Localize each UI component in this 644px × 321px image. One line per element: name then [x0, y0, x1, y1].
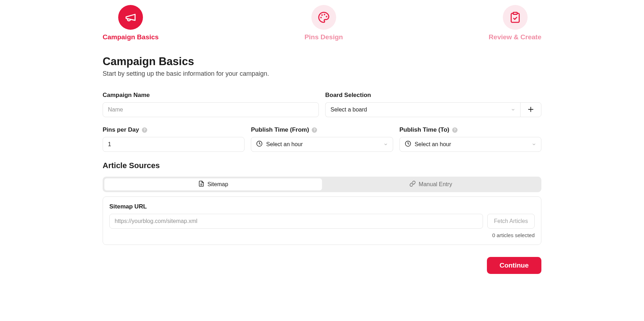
help-icon[interactable]: ? [312, 127, 317, 133]
articles-selected-count: 0 articles selected [109, 232, 535, 238]
step-label: Review & Create [489, 33, 541, 41]
campaign-name-group: Campaign Name [103, 92, 319, 117]
board-select[interactable]: Select a board [325, 102, 520, 117]
svg-point-0 [324, 15, 324, 15]
pins-per-day-label: Pins per Day ? [103, 126, 245, 133]
campaign-name-input[interactable] [103, 102, 319, 117]
step-label: Campaign Basics [103, 33, 159, 41]
step-pins-design[interactable]: Pins Design [304, 5, 343, 41]
publish-to-select[interactable]: Select an hour [399, 137, 541, 152]
help-icon[interactable]: ? [452, 127, 458, 133]
add-board-button[interactable] [520, 102, 541, 117]
help-icon[interactable]: ? [142, 127, 147, 133]
tab-sitemap[interactable]: Sitemap [104, 178, 322, 190]
file-icon [198, 180, 205, 188]
pins-per-day-group: Pins per Day ? [103, 126, 245, 152]
board-select-value: Select a board [330, 107, 367, 113]
publish-from-value: Select an hour [266, 141, 303, 148]
source-tabs: Sitemap Manual Entry [103, 177, 541, 192]
stepper: Campaign Basics Pins Design [103, 5, 541, 41]
sitemap-url-input[interactable] [109, 214, 483, 229]
publish-to-value: Select an hour [415, 141, 451, 148]
publish-to-group: Publish Time (To) ? Select an hour [399, 126, 541, 152]
tab-manual-label: Manual Entry [419, 181, 452, 188]
board-selection-group: Board Selection Select a board [325, 92, 541, 117]
pins-per-day-input[interactable] [103, 137, 245, 152]
publish-from-select[interactable]: Select an hour [251, 137, 393, 152]
chevron-down-icon [384, 142, 388, 147]
publish-from-group: Publish Time (From) ? Select an hour [251, 126, 393, 152]
article-sources-heading: Article Sources [103, 161, 541, 170]
board-selection-label: Board Selection [325, 92, 541, 99]
plus-icon [527, 105, 535, 114]
clipboard-check-icon [503, 5, 528, 30]
fetch-articles-button[interactable]: Fetch Articles [487, 214, 535, 229]
publish-from-label: Publish Time (From) ? [251, 126, 393, 133]
tab-sitemap-label: Sitemap [207, 181, 228, 188]
tab-manual-entry[interactable]: Manual Entry [322, 178, 540, 190]
campaign-name-label: Campaign Name [103, 92, 319, 99]
page-subtitle: Start by setting up the basic informatio… [103, 70, 541, 78]
step-review-create[interactable]: Review & Create [489, 5, 541, 41]
megaphone-icon [118, 5, 143, 30]
page-title: Campaign Basics [103, 55, 541, 68]
continue-button[interactable]: Continue [487, 257, 541, 274]
chevron-down-icon [511, 108, 515, 112]
svg-point-1 [326, 16, 327, 17]
svg-rect-4 [513, 12, 517, 15]
publish-to-label: Publish Time (To) ? [399, 126, 541, 133]
svg-point-2 [322, 15, 322, 15]
link-icon [409, 180, 416, 188]
chevron-down-icon [532, 142, 536, 147]
clock-icon [405, 141, 411, 148]
sitemap-panel: Sitemap URL Fetch Articles 0 articles se… [103, 196, 541, 245]
clock-icon [256, 141, 263, 148]
sitemap-url-label: Sitemap URL [109, 203, 483, 210]
palette-icon [311, 5, 336, 30]
step-campaign-basics[interactable]: Campaign Basics [103, 5, 159, 41]
svg-point-3 [321, 17, 321, 18]
step-label: Pins Design [304, 33, 343, 41]
